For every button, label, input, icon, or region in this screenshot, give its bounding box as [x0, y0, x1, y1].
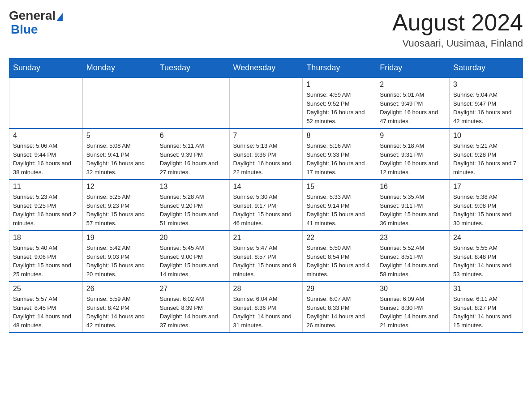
- calendar-cell: 25Sunrise: 5:57 AMSunset: 8:45 PMDayligh…: [9, 282, 83, 333]
- day-info: Sunrise: 5:16 AMSunset: 9:33 PMDaylight:…: [306, 141, 372, 176]
- calendar-cell: 9Sunrise: 5:18 AMSunset: 9:31 PMDaylight…: [376, 128, 450, 180]
- day-number: 27: [160, 285, 226, 293]
- calendar-cell: 5Sunrise: 5:08 AMSunset: 9:41 PMDaylight…: [82, 128, 156, 180]
- day-info: Sunrise: 6:09 AMSunset: 8:30 PMDaylight:…: [380, 295, 446, 330]
- calendar-week-row: 11Sunrise: 5:23 AMSunset: 9:25 PMDayligh…: [9, 180, 523, 231]
- calendar-cell: 13Sunrise: 5:28 AMSunset: 9:20 PMDayligh…: [156, 180, 229, 231]
- calendar-cell: 4Sunrise: 5:06 AMSunset: 9:44 PMDaylight…: [9, 128, 83, 180]
- day-number: 10: [453, 132, 519, 140]
- day-info: Sunrise: 5:28 AMSunset: 9:20 PMDaylight:…: [160, 193, 226, 227]
- day-info: Sunrise: 5:25 AMSunset: 9:23 PMDaylight:…: [86, 193, 152, 227]
- day-info: Sunrise: 6:07 AMSunset: 8:33 PMDaylight:…: [306, 295, 372, 330]
- day-info: Sunrise: 5:04 AMSunset: 9:47 PMDaylight:…: [453, 90, 519, 125]
- calendar-cell: 2Sunrise: 5:01 AMSunset: 9:49 PMDaylight…: [376, 77, 450, 128]
- day-number: 21: [233, 234, 299, 242]
- logo-text: General Blue: [9, 9, 63, 37]
- logo-line1: General: [9, 9, 63, 23]
- day-number: 11: [13, 183, 79, 191]
- logo-triangle-icon: [56, 13, 63, 21]
- calendar-cell: 17Sunrise: 5:38 AMSunset: 9:08 PMDayligh…: [450, 180, 523, 231]
- calendar-cell: 26Sunrise: 5:59 AMSunset: 8:42 PMDayligh…: [82, 282, 156, 333]
- calendar-cell: 30Sunrise: 6:09 AMSunset: 8:30 PMDayligh…: [376, 282, 450, 333]
- calendar-cell: 29Sunrise: 6:07 AMSunset: 8:33 PMDayligh…: [303, 282, 376, 333]
- calendar-week-row: 4Sunrise: 5:06 AMSunset: 9:44 PMDaylight…: [9, 128, 523, 180]
- day-info: Sunrise: 5:13 AMSunset: 9:36 PMDaylight:…: [233, 141, 299, 176]
- day-info: Sunrise: 5:21 AMSunset: 9:28 PMDaylight:…: [453, 141, 519, 176]
- month-title: August 2024: [392, 9, 523, 36]
- day-info: Sunrise: 5:11 AMSunset: 9:39 PMDaylight:…: [160, 141, 226, 176]
- location-title: Vuosaari, Uusimaa, Finland: [392, 38, 523, 49]
- day-number: 31: [453, 285, 519, 293]
- page-header: General Blue August 2024 Vuosaari, Uusim…: [9, 9, 523, 49]
- calendar-cell: [229, 77, 303, 128]
- day-number: 14: [233, 183, 299, 191]
- day-number: 29: [306, 285, 372, 293]
- calendar-cell: 11Sunrise: 5:23 AMSunset: 9:25 PMDayligh…: [9, 180, 83, 231]
- day-info: Sunrise: 6:02 AMSunset: 8:39 PMDaylight:…: [160, 295, 226, 330]
- calendar-cell: 15Sunrise: 5:33 AMSunset: 9:14 PMDayligh…: [303, 180, 376, 231]
- calendar-header-saturday: Saturday: [450, 59, 523, 78]
- calendar-cell: [82, 77, 156, 128]
- calendar-cell: [9, 77, 83, 128]
- day-info: Sunrise: 5:35 AMSunset: 9:11 PMDaylight:…: [380, 193, 446, 227]
- day-number: 26: [86, 285, 152, 293]
- day-info: Sunrise: 5:55 AMSunset: 8:48 PMDaylight:…: [453, 244, 519, 278]
- day-number: 13: [160, 183, 226, 191]
- calendar-cell: 21Sunrise: 5:47 AMSunset: 8:57 PMDayligh…: [229, 231, 303, 282]
- day-number: 18: [13, 234, 79, 242]
- day-info: Sunrise: 5:57 AMSunset: 8:45 PMDaylight:…: [13, 295, 79, 330]
- calendar-week-row: 18Sunrise: 5:40 AMSunset: 9:06 PMDayligh…: [9, 231, 523, 282]
- day-info: Sunrise: 5:50 AMSunset: 8:54 PMDaylight:…: [306, 244, 372, 278]
- logo-general-text: General: [9, 9, 56, 23]
- day-info: Sunrise: 5:30 AMSunset: 9:17 PMDaylight:…: [233, 193, 299, 227]
- day-number: 12: [86, 183, 152, 191]
- day-info: Sunrise: 5:42 AMSunset: 9:03 PMDaylight:…: [86, 244, 152, 278]
- day-info: Sunrise: 5:59 AMSunset: 8:42 PMDaylight:…: [86, 295, 152, 330]
- day-number: 1: [306, 81, 372, 89]
- day-number: 6: [160, 132, 226, 140]
- title-block: August 2024 Vuosaari, Uusimaa, Finland: [392, 9, 523, 49]
- day-info: Sunrise: 5:47 AMSunset: 8:57 PMDaylight:…: [233, 244, 299, 278]
- calendar-header-monday: Monday: [82, 59, 156, 78]
- day-info: Sunrise: 5:38 AMSunset: 9:08 PMDaylight:…: [453, 193, 519, 227]
- calendar-cell: [156, 77, 229, 128]
- day-info: Sunrise: 5:40 AMSunset: 9:06 PMDaylight:…: [13, 244, 79, 278]
- calendar-cell: 23Sunrise: 5:52 AMSunset: 8:51 PMDayligh…: [376, 231, 450, 282]
- day-number: 5: [86, 132, 152, 140]
- calendar-cell: 27Sunrise: 6:02 AMSunset: 8:39 PMDayligh…: [156, 282, 229, 333]
- day-number: 19: [86, 234, 152, 242]
- calendar-cell: 18Sunrise: 5:40 AMSunset: 9:06 PMDayligh…: [9, 231, 83, 282]
- day-number: 28: [233, 285, 299, 293]
- logo: General Blue: [9, 9, 63, 37]
- day-number: 30: [380, 285, 446, 293]
- calendar-cell: 10Sunrise: 5:21 AMSunset: 9:28 PMDayligh…: [450, 128, 523, 180]
- day-number: 3: [453, 81, 519, 89]
- calendar-cell: 14Sunrise: 5:30 AMSunset: 9:17 PMDayligh…: [229, 180, 303, 231]
- calendar-table: SundayMondayTuesdayWednesdayThursdayFrid…: [9, 58, 523, 333]
- calendar-cell: 19Sunrise: 5:42 AMSunset: 9:03 PMDayligh…: [82, 231, 156, 282]
- day-number: 9: [380, 132, 446, 140]
- calendar-cell: 28Sunrise: 6:04 AMSunset: 8:36 PMDayligh…: [229, 282, 303, 333]
- calendar-cell: 8Sunrise: 5:16 AMSunset: 9:33 PMDaylight…: [303, 128, 376, 180]
- logo-blue-text: Blue: [9, 23, 63, 37]
- day-number: 25: [13, 285, 79, 293]
- day-number: 4: [13, 132, 79, 140]
- calendar-cell: 20Sunrise: 5:45 AMSunset: 9:00 PMDayligh…: [156, 231, 229, 282]
- calendar-header-row: SundayMondayTuesdayWednesdayThursdayFrid…: [9, 59, 523, 78]
- day-number: 20: [160, 234, 226, 242]
- day-info: Sunrise: 5:18 AMSunset: 9:31 PMDaylight:…: [380, 141, 446, 176]
- calendar-cell: 3Sunrise: 5:04 AMSunset: 9:47 PMDaylight…: [450, 77, 523, 128]
- day-number: 15: [306, 183, 372, 191]
- day-number: 17: [453, 183, 519, 191]
- calendar-header-sunday: Sunday: [9, 59, 83, 78]
- calendar-cell: 1Sunrise: 4:59 AMSunset: 9:52 PMDaylight…: [303, 77, 376, 128]
- calendar-cell: 31Sunrise: 6:11 AMSunset: 8:27 PMDayligh…: [450, 282, 523, 333]
- calendar-header-friday: Friday: [376, 59, 450, 78]
- day-info: Sunrise: 5:45 AMSunset: 9:00 PMDaylight:…: [160, 244, 226, 278]
- day-number: 22: [306, 234, 372, 242]
- calendar-cell: 7Sunrise: 5:13 AMSunset: 9:36 PMDaylight…: [229, 128, 303, 180]
- day-info: Sunrise: 5:23 AMSunset: 9:25 PMDaylight:…: [13, 193, 79, 227]
- calendar-header-wednesday: Wednesday: [229, 59, 303, 78]
- day-info: Sunrise: 4:59 AMSunset: 9:52 PMDaylight:…: [306, 90, 372, 125]
- calendar-cell: 22Sunrise: 5:50 AMSunset: 8:54 PMDayligh…: [303, 231, 376, 282]
